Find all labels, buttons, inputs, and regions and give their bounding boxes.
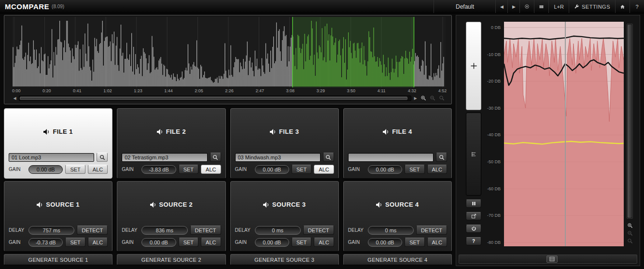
- timeline-label: 0:41: [73, 88, 82, 93]
- source-3-gain-knob[interactable]: 0.00 dB: [255, 238, 289, 247]
- source-1-alc-button[interactable]: ALC: [88, 238, 108, 247]
- preset-selector[interactable]: Default: [434, 0, 495, 13]
- file-4-panel[interactable]: FILE 4 GAIN 0.00 dB SET ALC: [343, 108, 452, 179]
- source-1-gain-knob[interactable]: -0.73 dB: [28, 238, 63, 247]
- timeline-label: 2:47: [255, 88, 264, 93]
- file-2-gain-knob[interactable]: -3.83 dB: [141, 165, 176, 174]
- help-button[interactable]: ?: [630, 0, 644, 13]
- file-1-gain-knob[interactable]: 0.00 dB: [28, 165, 63, 174]
- preset-next-button[interactable]: ▶: [507, 0, 519, 13]
- source-2-gain-label: GAIN: [122, 240, 139, 245]
- crosshair-icon: [470, 62, 477, 70]
- source-1-detect-button[interactable]: DETECT: [77, 226, 108, 235]
- db-scale-label: -10 DB: [487, 52, 501, 57]
- file-1-alc-button[interactable]: ALC: [88, 165, 108, 174]
- source-4-title: SOURCE 4: [344, 201, 451, 208]
- generate-source-4-button[interactable]: GENERATE SOURCE 4: [343, 254, 452, 265]
- file-4-title-label: FILE 4: [392, 128, 412, 135]
- file-3-gain-knob[interactable]: 0.00 dB: [255, 165, 289, 174]
- timeline-label: 3:50: [347, 88, 356, 93]
- channel-mode-button[interactable]: L+R: [548, 0, 569, 13]
- file-4-browse-button[interactable]: [436, 153, 447, 162]
- file-1-set-button[interactable]: SET: [65, 165, 85, 174]
- analyzer-zoom-fit-button[interactable]: [626, 238, 634, 244]
- file-3-set-button[interactable]: SET: [292, 165, 311, 174]
- file-2-browse-button[interactable]: [210, 153, 221, 162]
- search-icon: [99, 155, 105, 160]
- source-3-detect-button[interactable]: DETECT: [303, 226, 334, 235]
- file-3-alc-button[interactable]: ALC: [314, 165, 334, 174]
- source-4-detect-button[interactable]: DETECT: [416, 226, 447, 235]
- zoom-in-button[interactable]: [420, 95, 427, 101]
- preset-prev-button[interactable]: ◀: [495, 0, 507, 13]
- source-3-alc-button[interactable]: ALC: [314, 238, 334, 247]
- home-button[interactable]: [615, 0, 630, 13]
- level-analyzer-chart[interactable]: [504, 22, 624, 246]
- source-2-alc-button[interactable]: ALC: [201, 238, 221, 247]
- waveform-display[interactable]: [12, 17, 446, 87]
- columns-icon: [539, 4, 544, 10]
- source-3-delay-knob[interactable]: 0 ms: [255, 226, 301, 235]
- generate-source-1-button[interactable]: GENERATE SOURCE 1: [4, 254, 112, 265]
- source-1-delay-knob[interactable]: 757 ms: [28, 226, 74, 235]
- file-2-alc-button[interactable]: ALC: [201, 165, 221, 174]
- source-2-gain-knob[interactable]: 0.00 dB: [141, 238, 176, 247]
- file-4-filename-input[interactable]: [348, 153, 434, 162]
- file-2-set-button[interactable]: SET: [179, 165, 198, 174]
- popup-window-button[interactable]: [466, 212, 481, 220]
- preset-manager-button[interactable]: [519, 0, 534, 13]
- source-4-panel[interactable]: SOURCE 4 DELAY 0 ms DETECT GAIN 0.00 dB …: [343, 181, 452, 252]
- pause-button[interactable]: [466, 199, 481, 208]
- file-1-browse-button[interactable]: [97, 153, 108, 162]
- file-2-panel[interactable]: FILE 2 GAIN -3.83 dB SET ALC: [117, 108, 225, 179]
- file-3-panel[interactable]: FILE 3 GAIN 0.00 dB SET ALC: [230, 108, 339, 179]
- generate-source-3-button[interactable]: GENERATE SOURCE 3: [230, 254, 339, 265]
- file-1-filename-input[interactable]: [9, 153, 94, 162]
- analyzer-scrollbar[interactable]: [627, 24, 633, 219]
- source-2-delay-knob[interactable]: 836 ms: [141, 226, 187, 235]
- analyzer-zoom-out-button[interactable]: [626, 230, 634, 237]
- zoom-fit-button[interactable]: [438, 95, 446, 101]
- analyzer-scrollbar-thumb[interactable]: [628, 25, 632, 218]
- source-3-panel[interactable]: SOURCE 3 DELAY 0 ms DETECT GAIN 0.00 dB …: [230, 181, 339, 252]
- channel-layout-button[interactable]: [534, 0, 548, 13]
- file-2-filename-input[interactable]: [122, 153, 207, 162]
- file-3-filename-input[interactable]: [235, 153, 321, 162]
- crosshair-tool-button[interactable]: [466, 22, 481, 110]
- source-1-panel[interactable]: SOURCE 1 DELAY 757 ms DETECT GAIN -0.73 …: [4, 181, 112, 252]
- power-button[interactable]: [466, 225, 481, 233]
- source-1-set-button[interactable]: SET: [65, 238, 85, 247]
- analyzer-help-button[interactable]: ?: [466, 237, 481, 245]
- zoom-out-button[interactable]: [429, 95, 436, 101]
- timeline-label: 4:11: [378, 88, 386, 93]
- analyzer-mode-button[interactable]: [466, 113, 481, 196]
- waveform-scrollbar-thumb[interactable]: [20, 97, 407, 100]
- scroll-left-button[interactable]: ◀: [12, 95, 17, 101]
- source-4-alc-button[interactable]: ALC: [427, 238, 447, 247]
- settings-button[interactable]: SETTINGS: [569, 0, 615, 13]
- file-4-set-button[interactable]: SET: [405, 165, 424, 174]
- timeline-label: 4:52: [438, 88, 447, 93]
- scroll-right-button[interactable]: ▶: [413, 95, 418, 101]
- source-4-gain-knob[interactable]: 0.00 dB: [368, 238, 402, 247]
- source-2-panel[interactable]: SOURCE 2 DELAY 836 ms DETECT GAIN 0.00 d…: [117, 181, 225, 252]
- analyzer-zoom-in-button[interactable]: [626, 222, 634, 229]
- file-4-alc-button[interactable]: ALC: [427, 165, 447, 174]
- titlebar-controls: Default ◀ ▶ L+R SETTINGS ?: [434, 0, 644, 13]
- source-4-set-button[interactable]: SET: [405, 238, 424, 247]
- db-scale: 0 DB-10 DB-20 DB-30 DB-40 DB-50 DB-60 DB…: [483, 22, 503, 246]
- file-1-panel[interactable]: FILE 1 GAIN 0.00 dB SET ALC: [4, 108, 112, 179]
- file-4-gain-knob[interactable]: 0.00 dB: [368, 165, 402, 174]
- source-4-delay-label: DELAY: [348, 227, 365, 233]
- file-1-title: FILE 1: [4, 128, 112, 135]
- source-2-detect-button[interactable]: DETECT: [190, 226, 221, 235]
- file-3-browse-button[interactable]: [323, 153, 334, 162]
- waveform-scrollbar[interactable]: [19, 96, 411, 101]
- generate-source-2-button[interactable]: GENERATE SOURCE 2: [117, 254, 225, 265]
- source-3-set-button[interactable]: SET: [292, 238, 311, 247]
- analyzer-grid-button[interactable]: [546, 255, 558, 263]
- source-1-title: SOURCE 1: [4, 201, 112, 208]
- source-4-delay-knob[interactable]: 0 ms: [368, 226, 414, 235]
- speaker-icon: [150, 202, 156, 208]
- source-2-set-button[interactable]: SET: [179, 238, 198, 247]
